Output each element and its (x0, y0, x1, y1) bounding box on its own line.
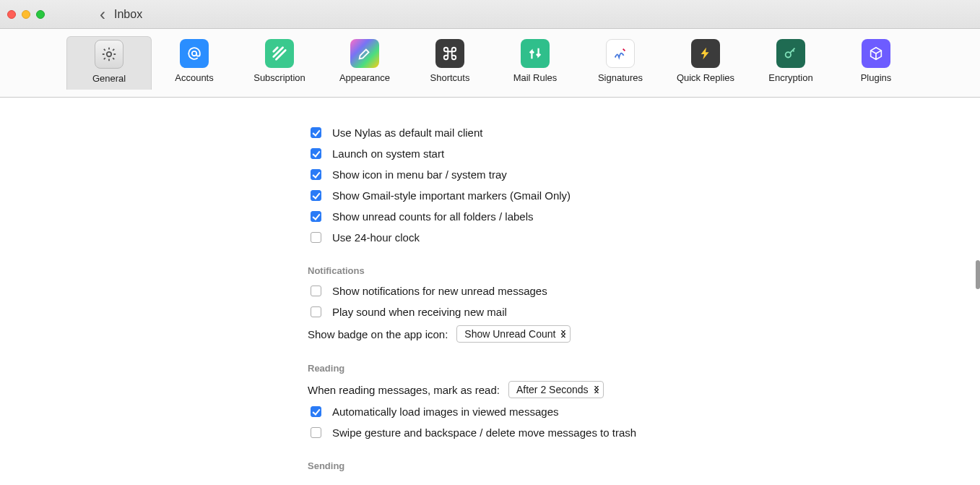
setting-label: Automatically load images in viewed mess… (332, 405, 558, 418)
checkbox-auto-load-images[interactable] (311, 406, 321, 417)
section-heading-reading: Reading (308, 363, 755, 374)
setting-row: Use Nylas as default mail client (308, 125, 755, 140)
paintbrush-icon (350, 39, 379, 68)
setting-label: Show notifications for new unread messag… (332, 285, 547, 297)
setting-label: Show unread counts for all folders / lab… (332, 210, 534, 223)
tab-general[interactable]: General (66, 36, 152, 90)
tab-encryption[interactable]: Encryption (748, 36, 833, 89)
checkbox-show-notifications[interactable] (311, 286, 321, 296)
gear-icon (95, 40, 123, 69)
setting-row: When reading messages, mark as read: Aft… (308, 381, 755, 398)
setting-label: Use 24-hour clock (332, 231, 420, 244)
setting-row: Show badge on the app icon: Show Unread … (308, 325, 755, 343)
preferences-tabbar: General Accounts Subscription Appearance… (0, 29, 980, 98)
select-mark-read-delay[interactable]: After 2 Seconds (508, 381, 604, 398)
window-zoom-button[interactable] (36, 10, 45, 19)
setting-row: Use 24-hour clock (308, 230, 755, 245)
setting-row: Launch on system start (308, 146, 755, 161)
setting-row: Show notifications for new unread messag… (308, 283, 755, 299)
tab-label: Mail Rules (513, 72, 558, 83)
setting-label: Use Nylas as default mail client (332, 126, 482, 139)
tab-appearance[interactable]: Appearance (322, 36, 407, 89)
tab-label: Accounts (175, 72, 213, 83)
tab-label: Plugins (861, 72, 892, 83)
setting-row: Show Gmail-style important markers (Gmai… (308, 188, 755, 203)
setting-label: Show icon in menu bar / system tray (332, 168, 507, 181)
checkbox-swipe-delete-trash[interactable] (311, 427, 321, 438)
checkbox-gmail-important-markers[interactable] (311, 190, 321, 201)
setting-label: Play sound when receiving new mail (332, 306, 507, 318)
checkbox-launch-on-start[interactable] (311, 148, 321, 159)
tab-shortcuts[interactable]: Shortcuts (407, 36, 493, 89)
back-chevron-icon[interactable]: ‹ (100, 6, 105, 23)
svg-point-2 (786, 52, 791, 57)
tab-label: Appearance (339, 72, 390, 83)
tab-label: Encryption (768, 72, 812, 83)
setting-row: Swipe gesture and backspace / delete mov… (308, 425, 755, 440)
setting-row: Show icon in menu bar / system tray (308, 167, 755, 182)
window-traffic-lights (7, 10, 45, 19)
setting-label: Show Gmail-style important markers (Gmai… (332, 189, 571, 202)
tab-accounts[interactable]: Accounts (152, 36, 237, 89)
checkbox-play-sound[interactable] (311, 306, 321, 317)
tab-label: Shortcuts (430, 72, 470, 83)
checkbox-unread-counts[interactable] (311, 211, 321, 222)
select-badge-mode[interactable]: Show Unread Count (456, 325, 571, 343)
badge-label: Show badge on the app icon: (308, 328, 448, 340)
window-titlebar: ‹ Inbox (0, 0, 980, 29)
tab-signatures[interactable]: Signatures (578, 36, 663, 89)
svg-point-0 (107, 52, 111, 56)
arrows-split-icon (521, 39, 550, 68)
checkbox-default-mail-client[interactable] (311, 127, 321, 138)
tab-label: Quick Replies (677, 72, 734, 83)
mark-read-label: When reading messages, mark as read: (308, 384, 500, 396)
section-heading-notifications: Notifications (308, 265, 755, 276)
section-heading-sending: Sending (308, 460, 755, 471)
pen-signature-icon (606, 39, 635, 68)
scrollbar-thumb[interactable] (976, 260, 980, 289)
setting-row: Automatically load images in viewed mess… (308, 404, 755, 419)
tab-label: Subscription (253, 72, 305, 83)
tab-quick-replies[interactable]: Quick Replies (663, 36, 748, 89)
checkbox-24h-clock[interactable] (311, 232, 321, 243)
general-settings-section: Use Nylas as default mail client Launch … (308, 125, 755, 471)
window-minimize-button[interactable] (22, 10, 30, 19)
tab-subscription[interactable]: Subscription (237, 36, 322, 89)
key-icon (776, 39, 805, 68)
at-sign-icon (180, 39, 209, 68)
tab-plugins[interactable]: Plugins (833, 36, 919, 89)
tab-label: Signatures (598, 72, 643, 83)
setting-label: Swipe gesture and backspace / delete mov… (332, 426, 636, 439)
tab-label: General (92, 73, 126, 84)
window-close-button[interactable] (7, 10, 16, 19)
cube-icon (862, 39, 890, 68)
command-key-icon (435, 39, 464, 68)
setting-row: Play sound when receiving new mail (308, 304, 755, 319)
checkbox-menubar-icon[interactable] (311, 169, 321, 180)
tab-mail-rules[interactable]: Mail Rules (493, 36, 578, 89)
stripes-icon (265, 39, 294, 68)
lightning-reply-icon (691, 39, 720, 68)
setting-row: Show unread counts for all folders / lab… (308, 209, 755, 224)
window-title: Inbox (114, 8, 142, 21)
svg-point-1 (192, 51, 196, 56)
setting-label: Launch on system start (332, 147, 444, 160)
preferences-content: Use Nylas as default mail client Launch … (0, 98, 980, 485)
